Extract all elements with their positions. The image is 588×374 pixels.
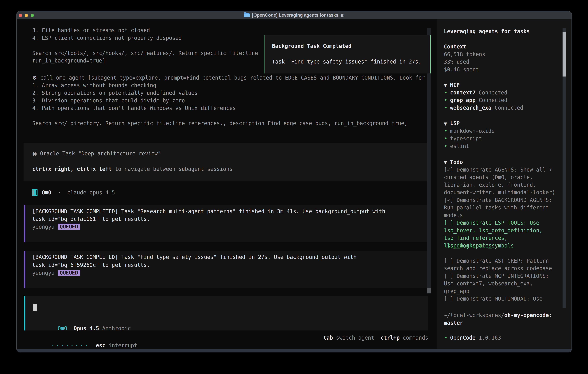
app-name-bold: Code xyxy=(463,335,476,341)
window-title-area: [OpenCode] Leveraging agents for tasks ◐ xyxy=(17,11,571,19)
message-line: [BACKGROUND TASK COMPLETED] Task "Resear… xyxy=(32,208,385,215)
dot-icon: · xyxy=(58,189,61,196)
collapse-triangle-icon: ▼ xyxy=(444,159,450,166)
status-dot-icon: • xyxy=(444,334,450,342)
todo-item-line: lsp_workspace_symbols xyxy=(444,242,561,250)
agent-session-header: OmO · claude-opus-4-5 xyxy=(32,187,115,198)
status-right: tab switch agent ctrl+p commands xyxy=(323,334,428,342)
text-cursor xyxy=(33,304,37,311)
todo-section: ▼Todo [✓] Demonstrate AGENTS: Show all 7… xyxy=(444,158,561,303)
commands-key-label: commands xyxy=(400,335,428,341)
message-line: task_id="bg_6f59260c" to get results. xyxy=(32,262,150,268)
todo-item-line: document-writer, multimodal-looker) xyxy=(444,189,561,197)
lsp-server-name: markdown-oxide xyxy=(450,128,495,134)
todo-item-line: lsp_find_references, lsp_diagnostics, xyxy=(444,234,561,242)
tool-call-line: 4. Path operations that don't handle Win… xyxy=(32,104,425,112)
chat-scrollbar-thumb[interactable] xyxy=(427,288,430,293)
lsp-heading[interactable]: ▼LSP xyxy=(444,120,561,127)
todo-heading-text: Todo xyxy=(450,159,463,165)
todo-item-line: curated agents (OmO, oracle, xyxy=(444,174,561,181)
mcp-server-name: context7 xyxy=(450,90,476,96)
context-section: Context 66,518 tokens 33% used $0.46 spe… xyxy=(444,43,561,73)
tool-call-line: 3. Division operations that could divide… xyxy=(32,97,425,104)
oracle-task-text: Oracle Task "Deep architecture review" xyxy=(37,150,161,157)
oracle-task-title: ◉ Oracle Task "Deep architecture review" xyxy=(32,150,161,157)
sidebar-session-title: Leveraging agents for tasks xyxy=(444,28,561,35)
version-row: •OpenCode 1.0.163 xyxy=(444,334,561,342)
agent-icon xyxy=(32,189,37,196)
todo-item-line: librarian, explore, frontend, xyxy=(444,181,561,189)
status-badge: QUEUED xyxy=(58,224,80,230)
lsp-server-row: •typescript xyxy=(444,135,561,143)
author: yeongyu xyxy=(32,270,54,276)
todo-item-line: lsp_hover, lsp_goto_definition, xyxy=(444,227,561,234)
sidebar-scrollbar[interactable] xyxy=(563,28,566,308)
separator-dot xyxy=(51,189,58,196)
folder-icon xyxy=(244,13,250,17)
todo-item-line: search and replace across codebase xyxy=(444,265,561,272)
workspace-path-prefix: ~/local-workspaces/ xyxy=(444,312,504,318)
collapse-triangle-icon: ▼ xyxy=(444,82,450,89)
background-task-message: [BACKGROUND TASK COMPLETED] Task "Find t… xyxy=(24,251,428,288)
window-title: [OpenCode] Leveraging agents for tasks xyxy=(252,13,338,18)
message-text-block: 3. File handles or streams not closed 4.… xyxy=(32,27,258,65)
window-bottom-edge xyxy=(17,349,571,352)
todo-item-line: [ ] Demonstrate MULTIMODAL: Use xyxy=(444,295,561,303)
prompt-input[interactable]: OmO Opus 4.5 Anthropic xyxy=(24,296,428,331)
status-dot-icon: • xyxy=(444,127,450,135)
background-task-message: [BACKGROUND TASK COMPLETED] Task "Resear… xyxy=(24,205,428,242)
app-window: [OpenCode] Leveraging agents for tasks ◐… xyxy=(16,11,572,353)
mcp-server-status: Connected xyxy=(476,97,507,103)
todo-spacer xyxy=(444,249,561,257)
session-title-text: Leveraging agents for tasks xyxy=(444,28,561,35)
terminal-content: 3. File handles or streams not closed 4.… xyxy=(17,19,571,349)
lsp-heading-text: LSP xyxy=(450,120,460,126)
gear-icon: ⚙ xyxy=(32,75,37,81)
todo-item-line: [ ] Demonstrate MCP INTEGRATIONS: xyxy=(444,272,561,280)
background-task-toast: Background Task Completed Task "Find typ… xyxy=(264,35,430,73)
input-agent-name: OmO xyxy=(58,325,67,332)
todo-heading[interactable]: ▼Todo xyxy=(444,158,561,166)
input-provider: Anthropic xyxy=(102,325,131,332)
commands-key-hint: ctrl+p xyxy=(374,335,400,341)
status-dot-icon: • xyxy=(444,104,450,112)
esc-key-label: interrupt xyxy=(105,342,137,349)
workspace-section: ~/local-workspaces/oh-my-opencode: maste… xyxy=(444,312,561,327)
workspace-repo: oh-my-opencode: xyxy=(504,312,552,318)
text-line: Search src/tools/, src/hooks/, src/featu… xyxy=(32,50,258,57)
status-dot-icon: • xyxy=(444,135,450,143)
session-state-icon: ◐ xyxy=(341,13,345,18)
tool-call-line: 1. Array access without bounds checking xyxy=(32,82,425,89)
workspace-path-line: ~/local-workspaces/oh-my-opencode: xyxy=(444,312,561,319)
spinner-icon: ········ xyxy=(51,342,90,349)
mcp-server-status: Connected xyxy=(492,105,523,111)
mcp-server-name: websearch_exa xyxy=(450,105,492,111)
titlebar: [OpenCode] Leveraging agents for tasks ◐ xyxy=(17,11,571,19)
tool-call-block: ⚙ call_omo_agent [subagent_type=explore,… xyxy=(32,74,425,127)
todo-item-line: Use context7, websearch_exa, grep_app xyxy=(444,280,561,288)
mcp-server-name: grep_app xyxy=(450,97,476,103)
collapse-triangle-icon: ▼ xyxy=(444,120,450,128)
mcp-server-row: •grep_app Connected xyxy=(444,96,561,104)
tool-call-line: Search src/ directory. Return specific f… xyxy=(32,120,425,127)
mcp-heading[interactable]: ▼MCP xyxy=(444,81,561,89)
agent-name: OmO xyxy=(42,189,51,196)
toast-body: Task "Find type safety issues" finished … xyxy=(272,59,421,65)
toast-title: Background Task Completed xyxy=(272,43,351,49)
message-meta: yeongyu QUEUED xyxy=(32,270,80,276)
tool-call-text: call_omo_agent [subagent_type=explore, p… xyxy=(37,75,425,81)
author: yeongyu xyxy=(32,224,54,230)
context-heading: Context xyxy=(444,43,561,51)
todo-item-line: Run parallel tasks with different xyxy=(444,204,561,212)
hint-label: to navigate between subagent sessions xyxy=(112,166,232,172)
fisheye-icon: ◉ xyxy=(32,150,37,157)
message-line: [BACKGROUND TASK COMPLETED] Task "Find t… xyxy=(32,254,357,260)
sidebar-scrollbar-thumb[interactable] xyxy=(563,32,566,76)
text-line: 3. File handles or streams not closed xyxy=(32,27,258,34)
mcp-section: ▼MCP •context7 Connected •grep_app Conne… xyxy=(444,81,561,112)
app-version: 1.0.163 xyxy=(476,335,501,341)
tab-key-label: switch agent xyxy=(333,335,374,341)
mcp-heading-text: MCP xyxy=(450,82,460,88)
workspace-branch: master xyxy=(444,319,561,327)
agent-model: claude-opus-4-5 xyxy=(67,189,115,196)
